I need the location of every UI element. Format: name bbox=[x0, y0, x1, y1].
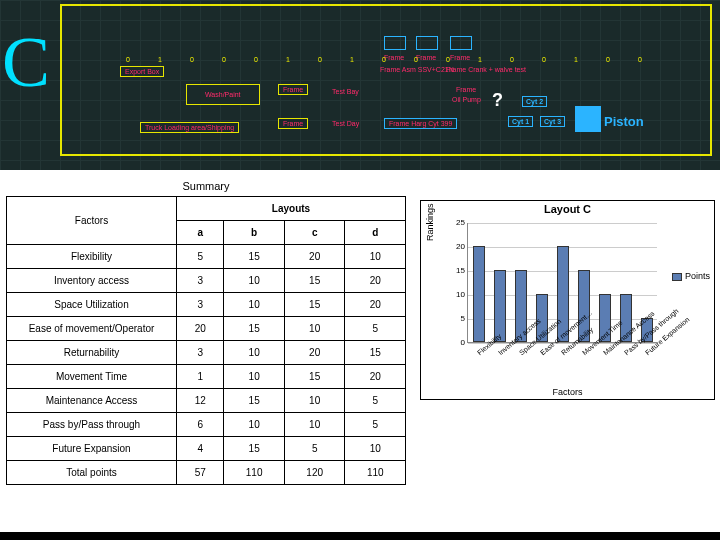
th-col-c: c bbox=[284, 221, 345, 245]
table-row: Returnability3102015 bbox=[7, 341, 406, 365]
label-test-bay: Test Bay bbox=[332, 88, 359, 95]
chart-ytick: 20 bbox=[451, 242, 465, 251]
table-row: Future Expansion415510 bbox=[7, 437, 406, 461]
label-cyt3: Cyt 3 bbox=[540, 116, 565, 127]
table-row: Flexibility5152010 bbox=[7, 245, 406, 269]
label-frame-2: Frame bbox=[278, 118, 308, 129]
label-cyt2: Cyt 2 bbox=[522, 96, 547, 107]
summary-table: Factors Layouts a b c d Flexibility51520… bbox=[6, 196, 406, 485]
table-row-total: Total points57110120110 bbox=[7, 461, 406, 485]
th-col-d: d bbox=[345, 221, 406, 245]
chart-ytick: 0 bbox=[451, 338, 465, 347]
summary-panel: Summary Factors Layouts a b c d Flexibil… bbox=[0, 170, 720, 540]
table-row: Ease of movement/Operator2015105 bbox=[7, 317, 406, 341]
chart-bar bbox=[473, 246, 485, 342]
chart-layout-c: Layout C Rankings Points Factors 0510152… bbox=[420, 200, 715, 400]
th-col-b: b bbox=[224, 221, 285, 245]
label-piston: Piston bbox=[604, 114, 644, 129]
chart-bar bbox=[494, 270, 506, 342]
table-row: Space Utilization3101520 bbox=[7, 293, 406, 317]
label-frame-1: Frame bbox=[278, 84, 308, 95]
label-frame-harg: Frame Harg Cyt 399 bbox=[384, 118, 457, 129]
cad-floorplan: C Export Box Wash/Paint Truck Loading ar… bbox=[0, 0, 720, 170]
label-frame-mid: Frame bbox=[456, 86, 476, 93]
table-row: Movement Time1101520 bbox=[7, 365, 406, 389]
table-row: Pass by/Pass through610105 bbox=[7, 413, 406, 437]
label-wash-paint: Wash/Paint bbox=[186, 84, 260, 105]
th-layouts: Layouts bbox=[177, 197, 406, 221]
th-factors: Factors bbox=[7, 197, 177, 245]
label-frame-asm: Frame Asm SSV+C21N bbox=[380, 66, 454, 73]
chart-ytick: 5 bbox=[451, 314, 465, 323]
layout-letter: C bbox=[2, 34, 50, 92]
question-mark: ? bbox=[492, 90, 503, 111]
label-frame-crank: Frame Crank + walve test bbox=[446, 66, 526, 73]
chart-legend: Points bbox=[672, 271, 710, 281]
label-test-day: Test Day bbox=[332, 120, 359, 127]
bottom-border bbox=[0, 532, 720, 540]
chart-ytick: 25 bbox=[451, 218, 465, 227]
label-cyt1: Cyt 1 bbox=[508, 116, 533, 127]
th-col-a: a bbox=[177, 221, 224, 245]
label-truck-loading: Truck Loading area/Shipping bbox=[140, 122, 239, 133]
summary-title: Summary bbox=[6, 180, 406, 192]
table-row: Inventory access3101520 bbox=[7, 269, 406, 293]
table-row: Maintenance Access1215105 bbox=[7, 389, 406, 413]
chart-ylabel: Rankings bbox=[425, 203, 435, 241]
label-export-box: Export Box bbox=[120, 66, 164, 77]
chart-ytick: 15 bbox=[451, 266, 465, 275]
chart-xlabel: Factors bbox=[421, 387, 714, 397]
label-oil-pump: Oil Pump bbox=[452, 96, 481, 103]
chart-ytick: 10 bbox=[451, 290, 465, 299]
